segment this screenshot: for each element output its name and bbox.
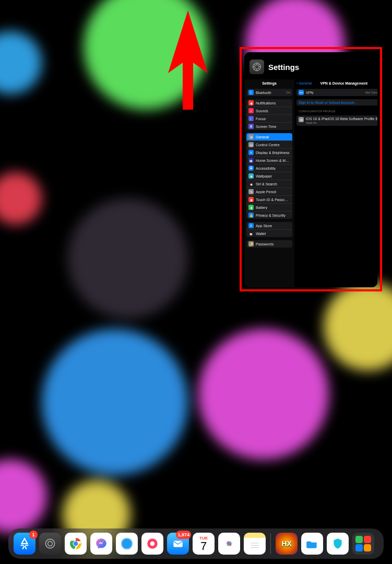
passwords-icon: 🔑 (248, 241, 254, 246)
sidebar-item-label: Display & Brightness (256, 151, 290, 155)
sidebar-item-value: On (286, 91, 290, 94)
sidebar-item-label: Passwords (256, 242, 290, 246)
profile-section-header: CONFIGURATION PROFILE (294, 109, 377, 113)
vpn-icon: VPN (299, 90, 304, 95)
signin-label: Sign In to Work or School Account... (299, 101, 377, 104)
sidebar-item-label: Accessibility (256, 167, 290, 170)
sidebar-item-label: Sounds (256, 109, 290, 113)
sidebar-item-label: Battery (256, 206, 290, 209)
dock-notes[interactable] (244, 533, 266, 555)
settings-title: Settings (268, 63, 299, 72)
dock-recent-hx[interactable]: HX (276, 533, 298, 555)
sidebar-item-label: General (256, 135, 290, 139)
wallpaper-icon: ❀ (248, 173, 254, 179)
sidebar-item-label: Touch ID & Passcode (256, 198, 290, 202)
sidebar-item-label: Focus (256, 117, 290, 121)
sidebar-item-privacy[interactable]: ✋Privacy & Security (246, 211, 292, 219)
settings-detail: ‹ General VPN & Device Management VPN VP… (294, 79, 377, 287)
sidebar-item-display[interactable]: ADisplay & Brightness (246, 148, 292, 156)
sidebar-item-label: Notifications (256, 101, 290, 105)
dock-calendar[interactable]: TUE 7 (193, 533, 215, 555)
sidebar-item-label: Wallpaper (256, 174, 290, 178)
sidebar-item-pencil[interactable]: ✎Apple Pencil (246, 187, 292, 195)
sidebar-item-label: Privacy & Security (256, 214, 290, 217)
settings-app-icon (250, 60, 264, 74)
svg-point-2 (45, 539, 54, 548)
sidebar-item-label: Siri & Search (256, 182, 290, 186)
dock-app-library[interactable] (352, 533, 374, 555)
dock-messenger[interactable] (90, 533, 112, 555)
settings-sidebar: Settings ᛒ Bluetooth On ◉Notifications ♪… (244, 79, 294, 287)
signin-work-school[interactable]: Sign In to Work or School Account... (296, 99, 377, 105)
sidebar-item-battery[interactable]: ▮Battery (246, 203, 292, 211)
sidebar-item-appstore[interactable]: AApp Store (246, 222, 292, 229)
sidebar-item-siri[interactable]: ◉Siri & Search (246, 180, 292, 187)
badge: 1 (29, 531, 38, 539)
sidebar-item-label: Screen Time (256, 125, 290, 128)
settings-slideover[interactable]: Settings Settings ᛒ Bluetooth On ◉Notifi… (244, 52, 377, 287)
accessibility-icon: ⦿ (248, 166, 254, 171)
config-profile-row[interactable]: ⚙ iOS 16 & iPadOS 16 Beta Software Profi… (296, 115, 377, 126)
vpn-label: VPN (306, 91, 363, 95)
dock-separator (270, 533, 271, 554)
sidebar-item-accessibility[interactable]: ⦿Accessibility (246, 164, 292, 172)
sidebar-item-controlcentre[interactable]: ⊟Control Centre (246, 140, 292, 148)
homescreen-icon: ▦ (248, 158, 254, 163)
vpn-status: Not Connected (365, 91, 377, 94)
sidebar-item-bluetooth[interactable]: ᛒ Bluetooth On (246, 89, 292, 96)
privacy-icon: ✋ (248, 213, 254, 218)
annotation-arrow (167, 10, 209, 110)
dock-mail[interactable]: 1,974 (167, 533, 189, 555)
profile-sub: Apple Inc. (306, 121, 377, 124)
sidebar-item-label: Apple Pencil (256, 190, 290, 194)
settings-header: Settings (244, 52, 377, 79)
dock-recent-shield[interactable] (327, 533, 349, 555)
sidebar-item-label: Wallet (256, 232, 290, 236)
sidebar-item-homescreen[interactable]: ▦Home Screen & Multitasking (246, 156, 292, 164)
sounds-icon: ♪ (248, 108, 254, 113)
sidebar-item-touchid[interactable]: ◉Touch ID & Passcode (246, 195, 292, 203)
screentime-icon: ⧗ (248, 124, 254, 129)
dock-chrome[interactable] (65, 533, 87, 555)
profile-title: iOS 16 & iPadOS 16 Beta Software Profile… (306, 117, 377, 121)
sidebar-item-focus[interactable]: ☾Focus (246, 114, 292, 122)
svg-point-3 (48, 542, 53, 546)
sidebar-item-passwords[interactable]: 🔑Passwords (246, 240, 292, 248)
svg-point-5 (74, 542, 78, 546)
sidebar-item-sounds[interactable]: ♪Sounds (246, 107, 292, 114)
sidebar-title: Settings (244, 79, 294, 87)
sidebar-item-notifications[interactable]: ◉Notifications (246, 99, 292, 107)
notifications-icon: ◉ (248, 100, 254, 105)
display-icon: A (248, 150, 254, 155)
wallet-icon: ▣ (248, 231, 254, 236)
calendar-date: 7 (200, 540, 207, 552)
bluetooth-icon: ᛒ (248, 90, 254, 95)
sidebar-item-general[interactable]: ⚙General (246, 133, 292, 140)
dock-appstore[interactable]: 1 (14, 533, 35, 555)
back-label: General (299, 81, 312, 85)
vpn-row[interactable]: VPN VPN Not Connected › (296, 89, 377, 96)
svg-point-1 (255, 65, 259, 69)
appstore-icon: A (248, 223, 254, 228)
back-button[interactable]: ‹ General (294, 81, 312, 85)
pencil-icon: ✎ (248, 189, 254, 194)
dock-files[interactable] (301, 533, 323, 555)
dock-recorder[interactable] (141, 533, 163, 555)
dock: 1 1,974 TUE 7 HX (8, 528, 384, 559)
sidebar-item-wallpaper[interactable]: ❀Wallpaper (246, 172, 292, 180)
sidebar-item-label: Control Centre (256, 143, 290, 147)
sidebar-item-label: Home Screen & Multitasking (256, 159, 290, 162)
dock-photos[interactable] (218, 533, 240, 555)
sidebar-item-label: Bluetooth (256, 91, 284, 95)
dock-settings[interactable] (39, 533, 61, 555)
svg-point-9 (150, 542, 155, 546)
svg-point-6 (121, 538, 133, 549)
sidebar-item-screentime[interactable]: ⧗Screen Time (246, 122, 292, 130)
general-icon: ⚙ (248, 134, 254, 139)
sidebar-item-wallet[interactable]: ▣Wallet (246, 229, 292, 237)
sidebar-item-label: App Store (256, 224, 290, 228)
dock-safari[interactable] (116, 533, 138, 555)
profile-icon: ⚙ (299, 117, 304, 122)
controlcentre-icon: ⊟ (248, 142, 254, 147)
chevron-left-icon: ‹ (296, 81, 298, 85)
